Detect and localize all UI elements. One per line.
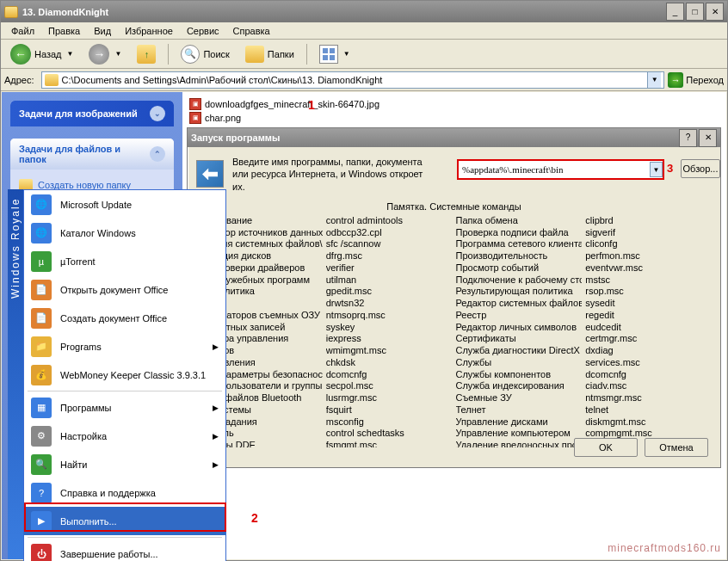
command-item[interactable]: Управление дисками	[456, 416, 583, 428]
command-item[interactable]: Результирующая политика	[456, 286, 583, 298]
command-item[interactable]: dcomcnfg	[326, 369, 453, 381]
search-button[interactable]: 🔍 Поиск	[175, 41, 235, 67]
command-item[interactable]: Управление компьютером	[456, 428, 583, 440]
address-dropdown[interactable]: ▼	[647, 72, 661, 88]
command-item[interactable]: sfc /scannow	[326, 238, 453, 250]
command-item[interactable]: lusrmgr.msc	[326, 392, 453, 404]
menu-view[interactable]: Вид	[87, 24, 118, 38]
startmenu-item[interactable]: 📄Создать документ Office	[24, 304, 225, 332]
folders-button[interactable]: Папки	[239, 42, 300, 66]
startmenu-item[interactable]: 📄Открыть документ Office	[24, 275, 225, 304]
command-item[interactable]: iexpress	[326, 333, 453, 345]
command-item[interactable]: cliconfg	[585, 238, 712, 250]
close-button[interactable]: ✕	[699, 129, 717, 147]
menu-file[interactable]: Файл	[4, 24, 41, 38]
command-item[interactable]: dxdiag	[585, 345, 712, 357]
command-item[interactable]: Производительность	[456, 250, 583, 262]
command-item[interactable]: Папка обмена	[456, 215, 583, 227]
command-item[interactable]: Просмотр событий	[456, 262, 583, 274]
task-header[interactable]: Задачи для файлов и папок ⌃	[10, 139, 174, 170]
command-item[interactable]: Служба индексирования	[456, 380, 583, 392]
command-item[interactable]: fsquirt	[326, 404, 453, 416]
startmenu-item[interactable]: ⏻Завершение работы...	[24, 539, 225, 561]
help-button[interactable]: ?	[679, 129, 697, 147]
go-button[interactable]: → Переход	[668, 72, 724, 88]
back-button[interactable]: ← Назад ▼	[4, 40, 79, 68]
command-item[interactable]: odbccp32.cpl	[326, 227, 453, 239]
command-item[interactable]: clipbrd	[585, 215, 712, 227]
command-item[interactable]: diskmgmt.msc	[585, 416, 712, 428]
command-item[interactable]: Служба диагностики DirectX	[456, 345, 583, 357]
command-item[interactable]: sysedit	[585, 298, 712, 310]
command-item[interactable]: services.msc	[585, 357, 712, 369]
maximize-button[interactable]: □	[686, 3, 704, 21]
file-item[interactable]: ▣ downloadgfges_minecraft_skin-66470.jpg	[188, 97, 721, 111]
command-item[interactable]: dcomcnfg	[585, 369, 712, 381]
startmenu-item[interactable]: 🌐Microsoft Update	[24, 190, 225, 219]
run-input[interactable]	[459, 164, 650, 175]
browse-button[interactable]: Обзор...	[681, 159, 720, 178]
forward-button[interactable]: → ▼	[83, 40, 127, 68]
command-item[interactable]: wmimgmt.msc	[326, 345, 453, 357]
command-item[interactable]: ciadv.msc	[585, 380, 712, 392]
command-item[interactable]: ntmsmgr.msc	[585, 392, 712, 404]
command-item[interactable]: utilman	[326, 274, 453, 287]
command-item[interactable]: Подключение к рабочему столу	[456, 274, 583, 287]
startmenu-item[interactable]: ▶Выполнить...	[24, 507, 225, 535]
startmenu-item[interactable]: 🔍Найти▶	[24, 450, 225, 478]
command-item[interactable]: Проверка подписи файла	[456, 227, 583, 239]
close-button[interactable]: ✕	[706, 3, 724, 21]
command-item[interactable]: msconfig	[326, 416, 453, 428]
command-item[interactable]: rsop.msc	[585, 286, 712, 298]
command-item[interactable]: control admintools	[326, 215, 453, 227]
startmenu-item[interactable]: 💰WebMoney Keeper Classic 3.9.3.1	[24, 361, 225, 389]
task-header[interactable]: Задачи для изображений ⌄	[10, 101, 174, 126]
startmenu-item[interactable]: 🌐Каталог Windows	[24, 219, 225, 247]
up-button[interactable]: ↑	[131, 41, 162, 67]
command-item[interactable]: control schedtasks	[326, 428, 453, 440]
command-item[interactable]: eventvwr.msc	[585, 262, 712, 274]
command-item[interactable]: Удаление вредоносных программ	[456, 440, 583, 447]
command-item[interactable]: gpedit.msc	[326, 286, 453, 298]
views-button[interactable]: ▼	[313, 41, 356, 67]
command-item[interactable]: Телнет	[456, 404, 583, 416]
command-item[interactable]: Реестр	[456, 310, 583, 322]
command-item[interactable]: mstsc	[585, 274, 712, 287]
command-item[interactable]: telnet	[585, 404, 712, 416]
command-item[interactable]: certmgr.msc	[585, 333, 712, 345]
command-item[interactable]: Съемные ЗУ	[456, 392, 583, 404]
command-item[interactable]: Службы	[456, 357, 583, 369]
menu-favorites[interactable]: Избранное	[118, 24, 180, 38]
menu-edit[interactable]: Правка	[41, 24, 87, 38]
command-item[interactable]: fsmgmt.msc	[326, 440, 453, 447]
command-item[interactable]: chkdsk	[326, 357, 453, 369]
command-item[interactable]: verifier	[326, 262, 453, 274]
menu-tools[interactable]: Сервис	[180, 24, 226, 38]
command-item[interactable]: Службы компонентов	[456, 369, 583, 381]
command-item[interactable]: Редактор личных символов	[456, 322, 583, 334]
address-input[interactable]	[62, 75, 648, 85]
startmenu-item[interactable]: ?Справка и поддержка	[24, 478, 225, 507]
startmenu-item[interactable]: 📁Programs▶	[24, 332, 225, 361]
command-item[interactable]: syskey	[326, 322, 453, 334]
command-item[interactable]: Редактор системных файлов	[456, 298, 583, 310]
ok-button[interactable]: OK	[574, 438, 638, 457]
startmenu-item[interactable]: ▦Программы▶	[24, 393, 225, 422]
startmenu-item[interactable]: ⚙Настройка▶	[24, 422, 225, 450]
startmenu-item[interactable]: µµTorrent	[24, 247, 225, 275]
command-item[interactable]: dfrg.msc	[326, 250, 453, 262]
command-item[interactable]: eudcedit	[585, 322, 712, 334]
command-item[interactable]: drwtsn32	[326, 298, 453, 310]
command-item[interactable]: Программа сетевого клиента SQL	[456, 238, 583, 250]
menu-help[interactable]: Справка	[226, 24, 277, 38]
file-item[interactable]: ▣ char.png	[188, 111, 721, 125]
minimize-button[interactable]: _	[666, 3, 684, 21]
command-item[interactable]: sigverif	[585, 227, 712, 239]
command-item[interactable]: Сертификаты	[456, 333, 583, 345]
command-item[interactable]: regedit	[585, 310, 712, 322]
command-item[interactable]: perfmon.msc	[585, 250, 712, 262]
command-item[interactable]: secpol.msc	[326, 380, 453, 392]
run-dropdown[interactable]: ▼	[650, 162, 663, 177]
cancel-button[interactable]: Отмена	[645, 438, 708, 457]
command-item[interactable]: ntmsoprq.msc	[326, 310, 453, 322]
